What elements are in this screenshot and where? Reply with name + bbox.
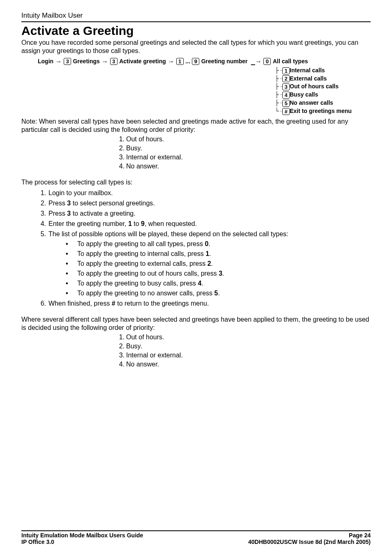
sub-text: . xyxy=(222,270,224,277)
footer-left-2: IP Office 3.0 xyxy=(21,539,54,545)
sub-item: To apply the greeting to internal calls,… xyxy=(77,250,371,258)
list-item: 4.No answer. xyxy=(21,163,371,170)
header-title: Intuity Mailbox User xyxy=(21,12,83,19)
step-key: # xyxy=(112,300,115,307)
option-row: ├→2External calls xyxy=(275,75,371,83)
option-row: ├→4Busy calls xyxy=(275,91,371,99)
sub-item: To apply the greeting to busy calls, pre… xyxy=(77,280,371,287)
arrow-icon: → xyxy=(101,58,108,65)
item-text: Internal or external. xyxy=(126,154,183,161)
footer-left-1: Intuity Emulation Mode Mailbox Users Gui… xyxy=(21,532,143,539)
step-key: 9 xyxy=(141,220,145,227)
step-text: Login to your mailbox. xyxy=(48,189,113,196)
option-row: ├→3Out of hours calls xyxy=(275,83,371,90)
section-heading: Activate a Greeting xyxy=(21,24,371,38)
sub-text: . xyxy=(208,240,210,247)
step-text-a: Press xyxy=(48,210,67,217)
step-4: 4.Enter the greeting number, 1 to 9, whe… xyxy=(21,220,371,228)
sub-text: . xyxy=(209,250,211,257)
sub-text: . xyxy=(218,290,219,297)
option-all: All call types xyxy=(273,58,308,64)
option-noanswer: No answer calls xyxy=(290,99,333,106)
key-1: 1 xyxy=(176,58,184,65)
item-text: Busy. xyxy=(126,343,142,350)
sub-key: 0 xyxy=(205,240,208,247)
step-text: The list of possible options will be pla… xyxy=(48,230,288,237)
page-footer: Intuity Emulation Mode Mailbox Users Gui… xyxy=(21,530,371,545)
step-text-b: to xyxy=(132,220,141,227)
key-2: 2 xyxy=(282,75,290,82)
note-paragraph: Note: When several call types have been … xyxy=(21,117,371,134)
option-row: ├→5No answer calls xyxy=(275,99,371,107)
arrow-icon: → xyxy=(55,58,62,65)
list-item: 4.No answer. xyxy=(21,361,371,368)
list-item: 2.Busy. xyxy=(21,145,371,152)
item-text: No answer. xyxy=(126,361,159,368)
step-key: 3 xyxy=(67,210,71,217)
step-5: 5.The list of possible options will be p… xyxy=(21,230,371,297)
sub-text: To apply the greeting to internal calls,… xyxy=(77,250,205,257)
step-text-a: When finished, press xyxy=(48,300,112,307)
list-item: 1.Out of hours. xyxy=(21,136,371,143)
option-external: External calls xyxy=(290,75,327,82)
sub-text: To apply the greeting to no answer calls… xyxy=(77,290,214,297)
branch-icon: ├→ xyxy=(275,67,282,74)
process-intro: The process for selecting call types is: xyxy=(21,178,371,187)
flow-activate: Activate greeting xyxy=(119,58,166,64)
step-text-b: to return to the greetings menu. xyxy=(115,300,209,307)
step-2: 2.Press 3 to select personal greetings. xyxy=(21,200,371,207)
sub-item: To apply the greeting to no answer calls… xyxy=(77,290,371,297)
step-text-a: Enter the greeting number, xyxy=(48,220,128,227)
option-row: └→#Exit to greetings menu xyxy=(275,108,371,115)
list-item: 3.Internal or external. xyxy=(21,154,371,161)
sub-item: To apply the greeting to external calls,… xyxy=(77,260,371,267)
sub-item: To apply the greeting to out of hours ca… xyxy=(77,270,371,277)
footer-right-1: Page 24 xyxy=(349,532,371,539)
key-3: 3 xyxy=(282,83,290,90)
key-9: 9 xyxy=(192,58,199,65)
step-key: 1 xyxy=(128,220,132,227)
key-5: 5 xyxy=(282,100,290,107)
step-6: 6.When finished, press # to return to th… xyxy=(21,300,371,307)
key-3: 3 xyxy=(110,58,118,65)
footer-right-2: 40DHB0002USCW Issue 8d (2nd March 2005) xyxy=(248,539,371,545)
arrow-icon: → xyxy=(168,58,174,65)
branch-icon: ├→ xyxy=(275,91,282,98)
navigation-flow: Login → 3 Greetings → 3 Activate greetin… xyxy=(38,58,371,65)
branch-icon: ├→ xyxy=(275,75,282,82)
sub-options: To apply the greeting to all call types,… xyxy=(48,240,371,297)
step-text-c: , when requested. xyxy=(145,220,197,227)
sub-text: . xyxy=(201,280,203,287)
intro-paragraph: Once you have recorded some personal gre… xyxy=(21,39,371,55)
page-header: Intuity Mailbox User xyxy=(21,12,371,22)
step-1: 1.Login to your mailbox. xyxy=(21,189,371,197)
step-key: 3 xyxy=(67,200,71,207)
step-text-b: to activate a greeting. xyxy=(71,210,135,217)
sub-text: To apply the greeting to external calls,… xyxy=(77,260,208,267)
list-item: 3.Internal or external. xyxy=(21,352,371,359)
sub-key: 2 xyxy=(208,260,211,267)
sub-key: 1 xyxy=(205,250,209,257)
sub-text: . xyxy=(211,260,213,267)
option-internal: Internal calls xyxy=(290,67,325,74)
option-row: ├→1Internal calls xyxy=(275,67,371,74)
sub-text: To apply the greeting to all call types,… xyxy=(77,240,205,247)
list-item: 1.Out of hours. xyxy=(21,334,371,341)
branch-icon: └→ xyxy=(275,108,282,114)
item-text: Out of hours. xyxy=(126,136,164,143)
sub-item: To apply the greeting to all call types,… xyxy=(77,240,371,248)
option-exit: Exit to greetings menu xyxy=(290,108,352,114)
item-text: Out of hours. xyxy=(126,334,164,341)
options-tree: ├→1Internal calls ├→2External calls ├→3O… xyxy=(275,67,371,115)
key-0: 0 xyxy=(263,58,271,65)
priority-list-2: 1.Out of hours. 2.Busy. 3.Internal or ex… xyxy=(21,334,371,368)
sub-text: To apply the greeting to busy calls, pre… xyxy=(77,280,198,287)
sub-key: 3 xyxy=(219,270,222,277)
key-hash: # xyxy=(282,108,290,115)
branch-icon: ├→ xyxy=(275,83,282,90)
closing-paragraph: Where several different call types have … xyxy=(21,315,371,332)
option-busy: Busy calls xyxy=(290,91,318,98)
flow-greetings: Greetings xyxy=(73,58,99,64)
step-3: 3.Press 3 to activate a greeting. xyxy=(21,210,371,217)
document-page: Intuity Mailbox User Activate a Greeting… xyxy=(0,0,392,555)
